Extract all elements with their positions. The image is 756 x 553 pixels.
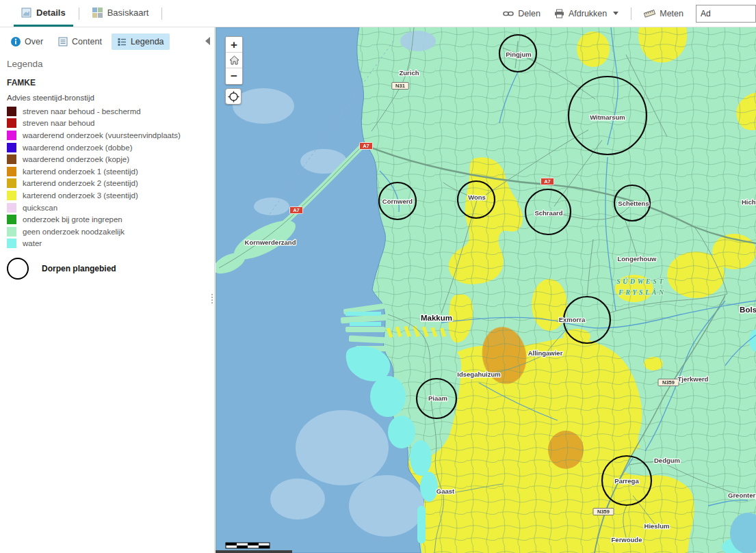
search-input[interactable] (696, 5, 756, 23)
tab-legenda-label: Legenda (131, 37, 164, 46)
legend-item: water (0, 238, 214, 250)
svg-text:A7: A7 (544, 178, 551, 185)
map-controls: + − (225, 36, 243, 105)
legend-swatch (7, 203, 16, 213)
map-viewport[interactable]: N31A7A7A7N359N359 ZurichKornwerderzandPi… (216, 27, 756, 553)
toolbar-tabs: Details Basiskaart (0, 0, 168, 27)
share-link-icon (503, 10, 514, 18)
basemap-grid-icon (92, 8, 103, 18)
legend-swatch (7, 239, 16, 248)
legend-list-icon (117, 37, 127, 46)
home-icon (229, 55, 239, 65)
legend-item: waarderend onderzoek (kopje) (0, 153, 214, 165)
legend-swatch (7, 191, 16, 200)
legend-label: karterend onderzoek 2 (steentijd) (23, 179, 138, 187)
svg-text:N359: N359 (597, 509, 610, 515)
road-shield: N359 (593, 509, 614, 515)
tab-details[interactable]: Details (14, 0, 73, 27)
tab-basiskaart[interactable]: Basiskaart (85, 0, 157, 27)
tab-content[interactable]: Content (53, 33, 107, 50)
legend-label: streven naar behoud - beschermd (23, 107, 141, 116)
map-label-hieslum: Hieslum (644, 522, 670, 530)
legend-label: geen onderzoek noodzakelijk (23, 228, 125, 236)
legend-swatch (7, 107, 16, 116)
tab-details-label: Details (36, 8, 66, 18)
legend-label: water (23, 239, 42, 247)
legend-swatch (7, 131, 16, 140)
road-shield: A7 (541, 178, 554, 185)
legend-label: waarderend onderzoek (dobbe) (23, 144, 132, 152)
measure-button[interactable]: Meten (637, 9, 690, 18)
map-label-bolsward: Bolsward (740, 306, 756, 314)
basemap-svg: N31A7A7A7N359N359 ZurichKornwerderzandPi… (216, 27, 756, 553)
collapse-panel-arrow[interactable] (205, 37, 210, 45)
legend-label: quickscan (23, 204, 57, 212)
content-list-icon (58, 37, 68, 46)
legend-label: streven naar behoud (23, 119, 95, 127)
legend-label: waarderend onderzoek (vuursteenvindplaat… (23, 131, 181, 139)
panel-resize-handle[interactable] (211, 293, 213, 305)
print-button[interactable]: Afdrukken (547, 9, 625, 18)
zoom-out-button[interactable]: − (226, 68, 242, 84)
legend-swatch (7, 118, 16, 128)
map-label-s-dwest: SÚDWEST (616, 278, 666, 285)
info-icon (11, 37, 21, 46)
attribution-strip (216, 550, 292, 553)
layer-title: FAMKE (0, 70, 214, 87)
tab-content-label: Content (72, 37, 102, 46)
map-label-ferwoude: Ferwoude (612, 536, 642, 543)
map-label-hichtum: Hichtum (742, 198, 756, 206)
legend-group-title: Advies steentijd-bronstijd (0, 87, 214, 105)
toolbar-divider (631, 8, 631, 20)
legend-item: quickscan (0, 202, 214, 214)
legend-label: onderzoek bij grote ingrepen (23, 215, 122, 224)
map-label-frysl-n: FRYSLÂN (618, 288, 666, 296)
legend-heading: Legenda (0, 55, 214, 70)
home-button[interactable] (226, 53, 242, 68)
map-label-longerhouw: Longerhouw (618, 255, 657, 262)
map-label-piaam: Piaam (428, 394, 447, 402)
map-label-dedgum: Dedgum (654, 457, 680, 464)
legend-swatch (7, 154, 16, 164)
legend-item: karterend onderzoek 2 (steentijd) (0, 178, 214, 190)
tab-legenda[interactable]: Legenda (112, 33, 170, 50)
svg-text:N31: N31 (395, 83, 405, 89)
legend-item: karterend onderzoek 1 (steentijd) (0, 165, 214, 178)
chevron-down-icon (613, 12, 618, 15)
share-button[interactable]: Delen (496, 9, 547, 18)
legend-swatch (7, 215, 16, 224)
map-label-makkum: Makkum (421, 314, 452, 322)
legend-items: streven naar behoud - beschermdstreven n… (0, 105, 214, 249)
tab-over-label: Over (25, 37, 43, 46)
road-shield: A7 (290, 207, 303, 214)
map-label-witmarsum: Witmarsum (590, 113, 625, 121)
map-label-parrega: Parrega (614, 477, 639, 485)
legend-swatch (7, 167, 16, 176)
details-icon (21, 8, 31, 18)
legend-label: waarderend onderzoek (kopje) (23, 155, 129, 163)
plangebied-circle-symbol (7, 258, 29, 280)
legend-item: streven naar behoud - beschermd (0, 105, 214, 118)
legend-item: streven naar behoud (0, 118, 214, 130)
map-label-schraard: Schraard (534, 209, 562, 217)
map-label-greonterp: Greonterp (728, 491, 756, 499)
toolbar-divider (79, 8, 79, 20)
road-shield: N359 (658, 379, 679, 386)
locate-icon (228, 91, 239, 103)
legend-item: waarderend onderzoek (vuursteenvindplaat… (0, 129, 214, 141)
legend-item: waarderend onderzoek (dobbe) (0, 141, 214, 154)
toolbar-divider (161, 8, 162, 20)
map-label-allingawier: Allingawier (528, 349, 563, 357)
legend-item: geen onderzoek noodzakelijk (0, 226, 214, 238)
map-label-tjerkwerd: Tjerkwerd (678, 375, 709, 383)
map-label-kornwerderzand: Kornwerderzand (245, 239, 296, 246)
plangebied-symbol-label: Dorpen plangebied (42, 264, 116, 273)
zoom-in-button[interactable]: + (226, 37, 242, 53)
tab-over[interactable]: Over (5, 33, 49, 50)
svg-text:N359: N359 (662, 379, 675, 386)
legend-swatch (7, 227, 16, 237)
map-label-pingjum: Pingjum (506, 51, 531, 58)
locate-button[interactable] (225, 88, 242, 105)
road-shield: N31 (392, 83, 409, 90)
road-shield: A7 (360, 143, 373, 150)
